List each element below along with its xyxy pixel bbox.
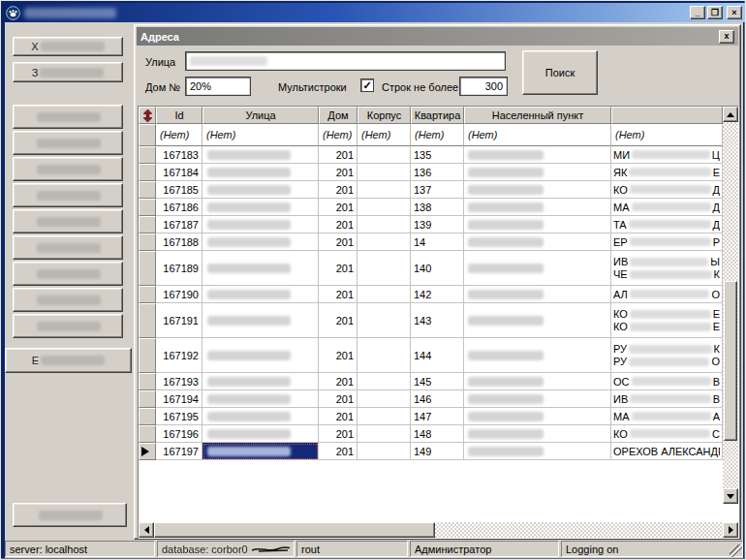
cell-house[interactable]: 201: [319, 286, 357, 303]
cell-building[interactable]: [357, 303, 411, 338]
row-indicator-cell[interactable]: [139, 443, 156, 460]
grid-filter-cell[interactable]: (Нет): [156, 124, 202, 146]
cell-name[interactable]: ОРЕХОВ АЛЕКСАНДР АН: [611, 443, 723, 460]
cell-flat[interactable]: 140: [411, 251, 464, 286]
cell-street[interactable]: [202, 390, 319, 408]
grid-column-header[interactable]: Дом: [319, 107, 357, 124]
grid-filter-cell[interactable]: (Нет): [464, 124, 611, 146]
cell-settlement[interactable]: [464, 199, 611, 216]
table-row[interactable]: 167191201143КОЕКОЕ: [139, 303, 738, 338]
grid-column-header[interactable]: Квартира: [411, 107, 464, 124]
cell-settlement[interactable]: [464, 216, 611, 233]
table-row[interactable]: 167197201149ОРЕХОВ АЛЕКСАНДР АН: [139, 443, 738, 460]
maxrows-input[interactable]: 300: [459, 77, 508, 96]
table-row[interactable]: 167183201135МИЦ: [139, 146, 738, 164]
cell-settlement[interactable]: [464, 164, 611, 181]
cell-name[interactable]: ТАД: [611, 216, 723, 233]
cell-settlement[interactable]: [464, 286, 611, 303]
table-row[interactable]: 167192201144РУКРУО: [139, 338, 738, 373]
grid-header-indicator[interactable]: [139, 107, 156, 124]
cell-building[interactable]: [357, 373, 411, 390]
cell-house[interactable]: 201: [319, 164, 357, 181]
cell-name[interactable]: РУКРУО: [611, 338, 723, 373]
minimize-button[interactable]: _: [690, 6, 705, 19]
cell-street[interactable]: [202, 443, 319, 460]
cell-settlement[interactable]: [464, 303, 611, 338]
grid-column-header[interactable]: Корпус: [357, 107, 411, 124]
cell-street[interactable]: [202, 181, 319, 199]
cell-street[interactable]: [202, 303, 319, 338]
sidebar-button[interactable]: Е: [5, 348, 132, 373]
sidebar-button[interactable]: [13, 262, 123, 286]
cell-flat[interactable]: 143: [411, 303, 464, 338]
row-indicator-cell[interactable]: [139, 146, 156, 164]
row-indicator-cell[interactable]: [139, 286, 156, 303]
table-row[interactable]: 167185201137КОД: [139, 181, 738, 199]
table-row[interactable]: 167196201148КОС: [139, 425, 738, 443]
row-indicator-cell[interactable]: [139, 390, 156, 408]
row-indicator-cell[interactable]: [139, 373, 156, 390]
cell-id[interactable]: 167191: [156, 303, 202, 338]
scroll-up-button[interactable]: [723, 107, 738, 122]
cell-flat[interactable]: 14: [411, 233, 464, 251]
sidebar-button[interactable]: [13, 314, 123, 338]
cell-id[interactable]: 167184: [156, 164, 202, 181]
cell-flat[interactable]: 147: [411, 408, 464, 425]
row-indicator-cell[interactable]: [139, 181, 156, 199]
cell-flat[interactable]: 137: [411, 181, 464, 199]
cell-street[interactable]: [202, 251, 319, 286]
vertical-scroll-track[interactable]: [723, 122, 738, 488]
cell-building[interactable]: [357, 425, 411, 443]
cell-house[interactable]: 201: [319, 303, 357, 338]
cell-flat[interactable]: 138: [411, 199, 464, 216]
cell-street[interactable]: [202, 216, 319, 233]
cell-house[interactable]: 201: [319, 146, 357, 164]
cell-building[interactable]: [357, 146, 411, 164]
table-row[interactable]: 16718820114ЕРР: [139, 233, 738, 251]
cell-house[interactable]: 201: [319, 199, 357, 216]
cell-id[interactable]: 167183: [156, 146, 202, 164]
sidebar-button[interactable]: [13, 131, 123, 155]
cell-settlement[interactable]: [464, 408, 611, 425]
row-indicator-cell[interactable]: [139, 251, 156, 286]
cell-street[interactable]: [202, 146, 319, 164]
sidebar-button[interactable]: [13, 183, 123, 207]
table-row[interactable]: 167186201138МАД: [139, 199, 738, 216]
cell-flat[interactable]: 136: [411, 164, 464, 181]
cell-name[interactable]: ИВЫЧЕК: [611, 251, 723, 286]
horizontal-scrollbar[interactable]: [139, 522, 738, 538]
scroll-left-button[interactable]: [139, 522, 154, 538]
sidebar-button[interactable]: [13, 235, 123, 260]
cell-building[interactable]: [357, 338, 411, 373]
grid-filter-cell[interactable]: (Нет): [611, 124, 723, 146]
cell-street[interactable]: [202, 338, 319, 373]
sidebar-button[interactable]: З: [13, 62, 123, 82]
cell-settlement[interactable]: [464, 146, 611, 164]
cell-id[interactable]: 167188: [156, 233, 202, 251]
cell-building[interactable]: [357, 164, 411, 181]
table-row[interactable]: 167189201140ИВЫЧЕК: [139, 251, 738, 286]
grid-column-header[interactable]: Улица: [202, 107, 319, 124]
cell-building[interactable]: [357, 181, 411, 199]
grid-filter-cell[interactable]: (Нет): [202, 124, 319, 146]
cell-name[interactable]: АЛО: [611, 286, 723, 303]
street-input[interactable]: [185, 51, 506, 71]
grid-column-header[interactable]: Id: [156, 107, 202, 124]
cell-house[interactable]: 201: [319, 251, 357, 286]
cell-building[interactable]: [357, 216, 411, 233]
close-button[interactable]: ×: [727, 6, 742, 19]
cell-house[interactable]: 201: [319, 408, 357, 425]
cell-settlement[interactable]: [464, 338, 611, 373]
grid-filter-cell[interactable]: (Нет): [319, 124, 357, 146]
cell-street[interactable]: [202, 373, 319, 390]
resize-grip[interactable]: [730, 544, 742, 557]
cell-id[interactable]: 167194: [156, 390, 202, 408]
cell-building[interactable]: [357, 251, 411, 286]
cell-street[interactable]: [202, 425, 319, 443]
cell-settlement[interactable]: [464, 181, 611, 199]
cell-name[interactable]: ИВВ: [611, 390, 723, 408]
cell-street[interactable]: [202, 199, 319, 216]
cell-flat[interactable]: 146: [411, 390, 464, 408]
grid-column-header[interactable]: [611, 107, 723, 124]
row-indicator-cell[interactable]: [139, 164, 156, 181]
